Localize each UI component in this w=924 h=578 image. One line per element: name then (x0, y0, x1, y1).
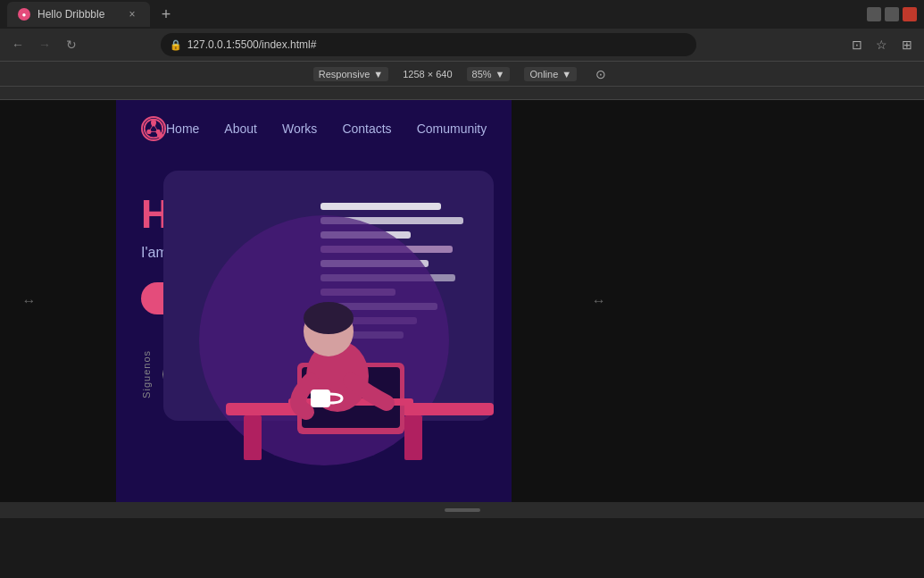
svg-point-19 (304, 302, 354, 334)
nav-contacts[interactable]: Contacts (342, 121, 391, 136)
resize-handle-left[interactable]: ↔ (22, 293, 37, 309)
settings-icon[interactable]: ⊙ (591, 64, 611, 84)
address-text: 127.0.0.1:5500/index.html# (187, 38, 317, 51)
svg-rect-12 (244, 415, 262, 460)
bottom-bar (0, 502, 924, 518)
forward-button[interactable]: → (34, 34, 55, 55)
address-bar-row: ← → ↻ 🔒 127.0.0.1:5500/index.html# ⊡ ☆ ⊞ (0, 29, 924, 61)
online-label: Online (529, 69, 558, 80)
window-controls (867, 7, 917, 21)
dropdown-arrow: ▼ (373, 69, 383, 80)
maximize-button[interactable] (885, 7, 899, 21)
svg-rect-13 (404, 415, 422, 460)
ruler (0, 86, 924, 100)
tab-close-button[interactable]: × (125, 7, 139, 21)
nav-links: Home About Works Contacts Comumunity (166, 121, 487, 137)
online-dropdown[interactable]: Online ▼ (524, 67, 577, 81)
toolbar-right: ⊡ ☆ ⊞ (847, 35, 917, 54)
dimensions-display: 1258 × 640 (403, 69, 452, 80)
site-nav: Home About Works Contacts Comumunity (116, 100, 512, 157)
extensions-icon[interactable]: ⊞ (897, 35, 917, 54)
cast-icon[interactable]: ⊡ (847, 35, 867, 54)
hero-section: Hello Dribbble I'am Bedimcode Explorar S… (116, 157, 512, 398)
svg-line-4 (154, 124, 158, 132)
svg-point-0 (145, 120, 163, 138)
responsive-dropdown[interactable]: Responsive ▼ (313, 67, 388, 81)
resize-handle-right[interactable]: ↔ (592, 293, 606, 309)
title-bar: ● Hello Dribbble × + (0, 0, 924, 29)
online-arrow: ▼ (562, 69, 571, 80)
nav-about[interactable]: About (224, 121, 257, 136)
website-content: Home About Works Contacts Comumunity Hel… (116, 100, 512, 502)
nav-home[interactable]: Home (166, 121, 199, 136)
reload-button[interactable]: ↻ (61, 34, 82, 55)
nav-works[interactable]: Works (282, 121, 317, 136)
tab-title: Hello Dribbble (37, 8, 118, 21)
zoom-dropdown[interactable]: 85% ▼ (467, 67, 511, 81)
address-bar[interactable]: 🔒 127.0.0.1:5500/index.html# (161, 33, 696, 56)
svg-line-5 (149, 124, 154, 132)
new-tab-button[interactable]: + (154, 2, 179, 27)
back-button[interactable]: ← (7, 34, 29, 55)
responsive-label: Responsive (319, 69, 370, 80)
tab-favicon: ● (18, 8, 30, 21)
zoom-arrow: ▼ (495, 69, 505, 80)
browser-tab[interactable]: ● Hello Dribbble × (7, 2, 150, 27)
devtools-bar: Responsive ▼ 1258 × 640 85% ▼ Online ▼ ⊙ (0, 61, 924, 86)
nav-community[interactable]: Comumunity (417, 121, 487, 136)
svg-point-1 (151, 121, 155, 126)
person-illustration (172, 224, 494, 474)
site-logo (141, 116, 166, 141)
lock-icon: 🔒 (170, 39, 182, 51)
zoom-label: 85% (472, 69, 492, 80)
bookmark-icon[interactable]: ☆ (872, 35, 892, 54)
minimize-button[interactable] (867, 7, 881, 21)
svg-rect-20 (311, 390, 330, 407)
scroll-indicator (445, 508, 480, 512)
close-window-button[interactable] (903, 7, 917, 21)
